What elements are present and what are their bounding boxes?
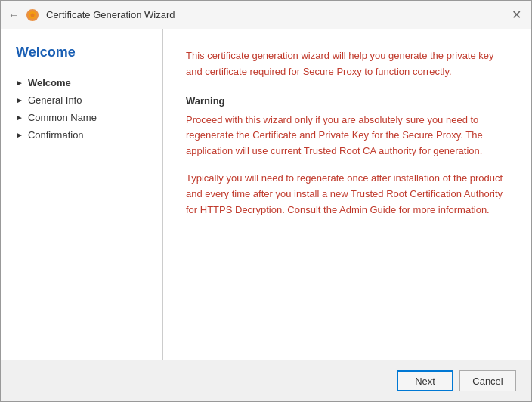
sidebar-heading: Welcome: [12, 45, 151, 60]
close-button[interactable]: ✕: [509, 8, 524, 23]
arrow-icon-confirm: ►: [16, 131, 23, 139]
app-icon: [25, 8, 40, 23]
warning-body-2: Typically you will need to regenerate on…: [186, 171, 509, 218]
sidebar-label-general: General Info: [28, 94, 82, 106]
next-button[interactable]: Next: [397, 370, 453, 391]
sidebar-item-common-name[interactable]: ► Common Name: [12, 109, 151, 126]
sidebar-nav: ► Welcome ► General Info ► Common Name ►…: [12, 74, 151, 144]
sidebar-item-welcome[interactable]: ► Welcome: [12, 74, 151, 91]
sidebar-item-confirmation[interactable]: ► Confirmation: [12, 126, 151, 144]
intro-paragraph: This certificate generation wizard will …: [186, 48, 509, 80]
main-content: This certificate generation wizard will …: [163, 29, 531, 360]
window: ← Certificate Generation Wizard ✕ Welcom…: [0, 0, 532, 402]
warning-title: Warning: [186, 95, 509, 107]
arrow-icon-common: ►: [16, 113, 23, 122]
warning-section: Warning Proceed with this wizard only if…: [186, 95, 509, 218]
cancel-button[interactable]: Cancel: [459, 370, 516, 391]
content-area: Welcome ► Welcome ► General Info ► Commo…: [1, 29, 531, 360]
arrow-icon-general: ►: [16, 96, 23, 104]
title-bar-left: ← Certificate Generation Wizard: [8, 8, 509, 23]
svg-point-2: [31, 13, 35, 17]
sidebar-label-welcome: Welcome: [28, 77, 71, 88]
sidebar-item-general-info[interactable]: ► General Info: [12, 91, 151, 109]
window-title: Certificate Generation Wizard: [46, 9, 175, 20]
arrow-icon-welcome: ►: [16, 79, 23, 87]
warning-body-1: Proceed with this wizard only if you are…: [186, 113, 509, 159]
title-bar: ← Certificate Generation Wizard ✕: [1, 1, 531, 29]
sidebar-label-common: Common Name: [28, 112, 97, 123]
footer: Next Cancel: [1, 360, 531, 401]
back-button[interactable]: ←: [8, 9, 19, 21]
sidebar: Welcome ► Welcome ► General Info ► Commo…: [1, 29, 163, 360]
sidebar-label-confirm: Confirmation: [28, 129, 84, 141]
